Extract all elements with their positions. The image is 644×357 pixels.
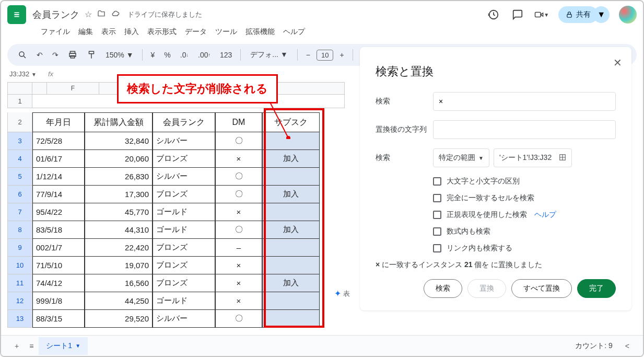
cell-amount[interactable]: 44,250 [85,292,153,310]
row-header[interactable]: 9 [7,239,32,257]
explore-hint[interactable]: ✦表 [334,289,350,298]
cell-date[interactable]: 999/1/8 [32,292,85,310]
checkbox-exact[interactable] [433,194,441,202]
cell-amount[interactable]: 16,560 [85,274,153,292]
cell-dm[interactable]: × [215,292,262,310]
row-header[interactable]: 1 [7,95,32,108]
cell-rank[interactable]: ブロンズ [153,257,215,274]
row-header[interactable]: 7 [7,203,32,221]
cell-amount[interactable]: 44,310 [85,221,153,239]
count-label[interactable]: カウント: 9 [575,341,613,351]
cell-sub[interactable] [262,203,320,221]
cell-dm[interactable]: 〇 [215,132,262,150]
cell-dm[interactable]: 〇 [215,310,262,328]
scope-select[interactable]: 特定の範囲 ▼ [433,148,489,167]
cell-rank[interactable]: シルバー [153,310,215,328]
star-icon[interactable]: ☆ [85,9,92,20]
share-button[interactable]: 共有 [558,6,598,23]
menu-format[interactable]: 表示形式 [144,25,180,39]
cell-amount[interactable]: 19,070 [85,257,153,274]
cell-rank[interactable]: ゴールド [153,292,215,310]
cell-dm[interactable]: × [215,203,262,221]
cell-sub[interactable] [262,292,320,310]
increase-font-button[interactable]: + [336,49,347,61]
cell-date[interactable]: 1/12/14 [32,168,85,186]
cell-dm[interactable]: × [215,257,262,274]
col-header[interactable] [32,82,47,95]
checkbox-regex[interactable] [433,211,441,219]
cell-sub[interactable]: 加入 [262,150,320,168]
cell-sub[interactable] [262,168,320,186]
currency-button[interactable]: ¥ [148,49,158,61]
cell-date[interactable]: 83/5/18 [32,221,85,239]
header-sub[interactable]: サブスク [262,112,320,132]
cell-amount[interactable]: 20,060 [85,150,153,168]
menu-file[interactable]: ファイル [38,25,73,39]
row-header[interactable]: 4 [7,150,32,168]
cell-rank[interactable]: シルバー [153,168,215,186]
cell-date[interactable]: 95/4/22 [32,203,85,221]
decrease-decimal-button[interactable]: .0↓ [177,49,192,61]
share-caret[interactable]: ▼ [593,6,610,23]
cell-rank[interactable]: シルバー [153,132,215,150]
checkbox-formula[interactable] [433,227,441,236]
cell-sub[interactable] [262,310,320,328]
decrease-font-button[interactable]: − [303,49,313,61]
undo-icon[interactable]: ↶ [33,49,46,61]
cell-rank[interactable]: ゴールド [153,203,215,221]
done-button[interactable]: 完了 [577,279,616,298]
cell-amount[interactable]: 26,830 [85,168,153,186]
cell-sub[interactable] [262,239,320,257]
find-button[interactable]: 検索 [424,279,462,298]
cell-date[interactable]: 01/6/17 [32,150,85,168]
cell-dm[interactable]: × [215,150,262,168]
cell-rank[interactable]: ブロンズ [153,150,215,168]
cell-rank[interactable]: ブロンズ [153,274,215,292]
help-link[interactable]: ヘルプ [534,210,556,220]
side-panel-toggle[interactable]: < [620,339,635,353]
increase-decimal-button[interactable]: .00↑ [195,49,214,61]
meet-icon[interactable]: ▼ [534,7,549,22]
cell-amount[interactable]: 17,300 [85,186,153,203]
cell-dm[interactable]: 〇 [215,186,262,203]
header-dm[interactable]: DM [215,112,262,132]
row-header[interactable]: 13 [7,310,32,328]
cell-sub[interactable]: 加入 [262,221,320,239]
replace-all-button[interactable]: すべて置換 [511,279,572,298]
avatar[interactable] [619,6,637,24]
replace-input[interactable] [433,120,616,139]
all-sheets-button[interactable]: ≡ [24,339,39,353]
menu-data[interactable]: データ [182,25,210,39]
cell-rank[interactable]: ゴールド [153,221,215,239]
redo-icon[interactable]: ↷ [49,49,62,61]
format-123-button[interactable]: 123 [217,49,235,61]
menu-edit[interactable]: 編集 [75,25,96,39]
row-header[interactable]: 8 [7,221,32,239]
cloud-icon[interactable] [111,9,120,20]
add-sheet-button[interactable]: + [9,339,24,353]
checkbox-case[interactable] [433,177,441,186]
range-input[interactable]: 'シート1'!J3:J32 [494,148,572,167]
row-header[interactable]: 5 [7,168,32,186]
cell-amount[interactable]: 32,840 [85,132,153,150]
cell-date[interactable]: 71/5/10 [32,257,85,274]
row-header[interactable]: 11 [7,274,32,292]
menu-ext[interactable]: 拡張機能 [242,25,278,39]
cell-sub[interactable] [262,132,320,150]
cell-amount[interactable]: 45,770 [85,203,153,221]
cell-dm[interactable]: – [215,239,262,257]
cell-sub[interactable]: 加入 [262,274,320,292]
grid-icon[interactable] [559,154,566,163]
close-icon[interactable]: ✕ [613,56,622,69]
cell-date[interactable]: 74/4/12 [32,274,85,292]
history-icon[interactable] [486,7,501,22]
cell-date[interactable]: 77/9/14 [32,186,85,203]
name-box[interactable]: J3:J32 ▼ [7,69,44,79]
header-date[interactable]: 年月日 [32,112,85,132]
checkbox-link[interactable] [433,244,441,252]
menu-insert[interactable]: 挿入 [121,25,142,39]
row-header[interactable]: 12 [7,292,32,310]
row-header[interactable]: 6 [7,186,32,203]
select-all-cell[interactable] [7,82,32,95]
menu-tools[interactable]: ツール [212,25,240,39]
